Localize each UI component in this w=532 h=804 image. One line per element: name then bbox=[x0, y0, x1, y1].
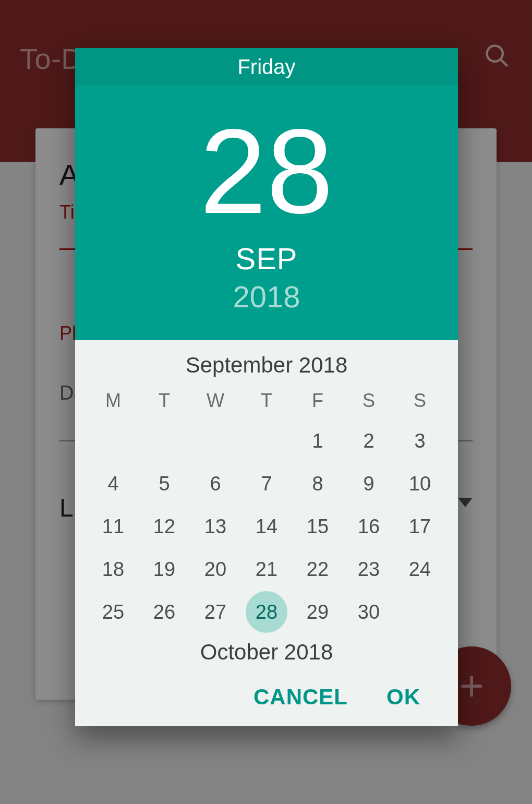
calendar: September 2018 MTWTFSS 12345678910111213… bbox=[75, 340, 458, 669]
calendar-weekday-header: F bbox=[292, 382, 343, 419]
calendar-day[interactable]: 12 bbox=[143, 506, 185, 547]
calendar-day[interactable]: 3 bbox=[399, 420, 441, 462]
calendar-day[interactable]: 25 bbox=[92, 591, 134, 633]
calendar-day[interactable]: 6 bbox=[195, 463, 236, 505]
calendar-day[interactable]: 27 bbox=[195, 591, 236, 633]
calendar-day[interactable]: 5 bbox=[143, 463, 185, 505]
dialog-actions: CANCEL OK bbox=[75, 668, 458, 726]
calendar-day[interactable]: 23 bbox=[348, 548, 390, 590]
calendar-day[interactable]: 10 bbox=[399, 463, 441, 505]
calendar-day[interactable]: 21 bbox=[246, 548, 287, 590]
calendar-day[interactable]: 24 bbox=[399, 548, 441, 590]
calendar-day[interactable]: 28 bbox=[246, 591, 287, 633]
calendar-day[interactable]: 19 bbox=[143, 548, 185, 590]
calendar-next-month-title: October 2018 bbox=[88, 633, 445, 669]
date-picker-year[interactable]: 2018 bbox=[233, 279, 300, 314]
calendar-weekday-header: S bbox=[394, 382, 445, 419]
calendar-day[interactable]: 11 bbox=[92, 506, 134, 547]
calendar-day[interactable]: 17 bbox=[399, 506, 441, 547]
calendar-day[interactable]: 22 bbox=[297, 548, 338, 590]
calendar-day[interactable]: 7 bbox=[246, 463, 287, 505]
calendar-day[interactable]: 26 bbox=[143, 591, 185, 633]
calendar-weekday-header: T bbox=[139, 382, 190, 419]
calendar-weekday-header: W bbox=[190, 382, 241, 419]
cancel-button[interactable]: CANCEL bbox=[253, 685, 348, 710]
calendar-day[interactable]: 8 bbox=[297, 463, 338, 505]
status-bar bbox=[0, 0, 532, 6]
calendar-day[interactable]: 30 bbox=[348, 591, 390, 633]
calendar-day[interactable]: 1 bbox=[297, 420, 338, 462]
date-picker-day: 28 bbox=[200, 112, 333, 232]
calendar-day[interactable]: 15 bbox=[297, 506, 338, 547]
calendar-day[interactable]: 20 bbox=[195, 548, 236, 590]
date-picker-month: SEP bbox=[235, 241, 297, 276]
calendar-weekday-header: S bbox=[343, 382, 394, 419]
calendar-month-title: September 2018 bbox=[88, 340, 445, 382]
date-picker-weekday-bar: Friday bbox=[75, 48, 458, 86]
calendar-day[interactable]: 18 bbox=[92, 548, 134, 590]
calendar-day[interactable]: 29 bbox=[297, 591, 338, 633]
calendar-day[interactable]: 13 bbox=[195, 506, 236, 547]
date-picker-dialog: Friday 28 SEP 2018 September 2018 MTWTFS… bbox=[75, 48, 458, 726]
calendar-weekday-header: T bbox=[241, 382, 292, 419]
date-picker-weekday: Friday bbox=[237, 55, 295, 79]
ok-button[interactable]: OK bbox=[386, 685, 420, 710]
calendar-day[interactable]: 16 bbox=[348, 506, 390, 547]
calendar-weekday-header: M bbox=[88, 382, 139, 419]
calendar-day[interactable]: 4 bbox=[92, 463, 134, 505]
calendar-day[interactable]: 2 bbox=[348, 420, 390, 462]
date-picker-header[interactable]: 28 SEP 2018 bbox=[75, 86, 458, 340]
calendar-day[interactable]: 14 bbox=[246, 506, 287, 547]
calendar-grid: MTWTFSS 12345678910111213141516171819202… bbox=[88, 382, 445, 633]
calendar-day[interactable]: 9 bbox=[348, 463, 390, 505]
